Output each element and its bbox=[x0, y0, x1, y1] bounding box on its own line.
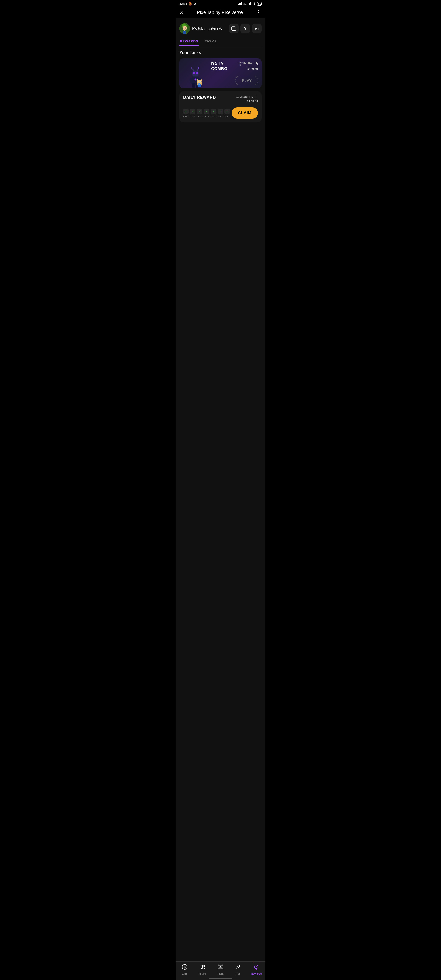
language-label: en bbox=[255, 27, 259, 30]
combo-available-label: AVAILABLE IN bbox=[239, 62, 254, 67]
bottom-nav: $EarnInviteFightTopRewards bbox=[176, 961, 265, 973]
svg-point-44 bbox=[200, 81, 201, 82]
day-check: ✓ bbox=[218, 109, 223, 114]
svg-point-14 bbox=[183, 26, 187, 30]
daily-combo-card: DAILY COMBO AVAILABLE IN ⏱ 14:58:58 PLAY bbox=[179, 58, 262, 88]
nav-item-fight[interactable]: Fight bbox=[212, 964, 229, 973]
day-check: ✓ bbox=[204, 109, 209, 114]
menu-button[interactable]: ⋮ bbox=[256, 10, 262, 15]
days-row: ✓Day 1✓Day 2✓Day 3✓Day 4✓Day 5✓Day 6✓Day… bbox=[183, 109, 230, 117]
reward-available-badge: AVAILABLE IN ⏱ 14:58:58 bbox=[236, 95, 258, 103]
svg-point-56 bbox=[203, 965, 205, 967]
status-bar: 12:31 🔕 ⚙ 4G 81 bbox=[176, 0, 265, 7]
svg-rect-6 bbox=[250, 3, 250, 5]
nav-label-fight: Fight bbox=[218, 972, 224, 973]
tabs: REWARDS TASKS bbox=[179, 37, 262, 46]
avatar bbox=[179, 23, 190, 34]
status-time: 12:31 bbox=[179, 2, 187, 5]
settings-icon: ⚙ bbox=[193, 2, 196, 5]
help-button[interactable]: ? bbox=[240, 24, 250, 33]
combo-characters bbox=[187, 58, 204, 88]
nav-label-rewards: Rewards bbox=[251, 972, 262, 973]
combo-header: DAILY COMBO AVAILABLE IN ⏱ 14:58:58 bbox=[211, 62, 258, 71]
reward-body: ✓Day 1✓Day 2✓Day 3✓Day 4✓Day 5✓Day 6✓Day… bbox=[183, 108, 258, 119]
day-item: ✓Day 3 bbox=[197, 109, 202, 117]
language-button[interactable]: en bbox=[252, 24, 262, 33]
nav-label-earn: Earn bbox=[181, 972, 188, 973]
svg-point-18 bbox=[186, 27, 186, 28]
user-info: Mojtabamasters70 bbox=[179, 23, 223, 34]
svg-rect-7 bbox=[250, 2, 251, 5]
svg-point-15 bbox=[183, 27, 184, 29]
day-check: ✓ bbox=[197, 109, 202, 114]
nav-bar: ✕ PixelTap by Pixelverse ⋮ bbox=[176, 7, 265, 18]
svg-point-33 bbox=[191, 67, 193, 69]
header-actions: ? en bbox=[229, 24, 262, 33]
day-label: Day 6 bbox=[218, 115, 223, 117]
play-button[interactable]: PLAY bbox=[235, 76, 258, 85]
day-check: ✓ bbox=[211, 109, 216, 114]
combo-art bbox=[179, 58, 209, 88]
combo-available-time: 14:58:58 bbox=[247, 67, 258, 70]
reward-header: DAILY REWARD AVAILABLE IN ⏱ 14:58:58 bbox=[183, 95, 258, 103]
tab-tasks[interactable]: TASKS bbox=[204, 37, 217, 46]
reward-available-label: AVAILABLE IN bbox=[236, 96, 253, 99]
svg-point-43 bbox=[198, 81, 199, 82]
svg-point-29 bbox=[193, 73, 194, 74]
day-label: Day 7 bbox=[224, 115, 230, 117]
day-label: Day 4 bbox=[204, 115, 209, 117]
signal2-icon bbox=[248, 2, 252, 6]
combo-available-badge: AVAILABLE IN ⏱ 14:58:58 bbox=[239, 62, 258, 70]
earn-icon: $ bbox=[181, 964, 188, 971]
svg-point-16 bbox=[185, 27, 186, 29]
nav-item-earn[interactable]: $Earn bbox=[176, 964, 194, 973]
status-right: 4G 81 bbox=[238, 2, 262, 6]
svg-point-30 bbox=[196, 73, 198, 74]
main-content: Mojtabamasters70 ? en REWARDS TASKS Yo bbox=[176, 18, 265, 973]
status-left: 12:31 🔕 ⚙ bbox=[179, 2, 196, 5]
top-icon bbox=[236, 964, 241, 971]
svg-point-47 bbox=[197, 80, 199, 81]
username: Mojtabamasters70 bbox=[192, 26, 223, 30]
svg-rect-21 bbox=[231, 27, 236, 30]
nav-label-top: Top bbox=[236, 972, 240, 973]
svg-rect-4 bbox=[248, 4, 248, 5]
svg-point-45 bbox=[199, 81, 199, 82]
nav-item-top[interactable]: Top bbox=[229, 964, 247, 973]
day-item: ✓Day 4 bbox=[204, 109, 209, 117]
day-check: ✓ bbox=[183, 109, 189, 114]
wallet-button[interactable] bbox=[229, 24, 239, 33]
svg-rect-1 bbox=[239, 3, 240, 5]
svg-point-8 bbox=[254, 4, 255, 5]
day-check: ✓ bbox=[190, 109, 196, 114]
day-label: Day 3 bbox=[197, 115, 202, 117]
nav-item-invite[interactable]: Invite bbox=[194, 964, 212, 973]
svg-rect-3 bbox=[241, 2, 242, 5]
svg-point-52 bbox=[199, 84, 200, 85]
rewards-icon bbox=[253, 964, 260, 971]
close-button[interactable]: ✕ bbox=[179, 10, 183, 15]
day-item: ✓Day 7 bbox=[224, 109, 230, 117]
svg-rect-5 bbox=[248, 3, 249, 5]
claim-button[interactable]: CLAIM bbox=[231, 108, 258, 119]
user-header: Mojtabamasters70 ? en bbox=[179, 20, 262, 37]
svg-point-37 bbox=[192, 83, 195, 88]
day-item: ✓Day 6 bbox=[218, 109, 223, 117]
svg-point-55 bbox=[201, 965, 202, 967]
svg-point-17 bbox=[184, 27, 184, 28]
svg-rect-0 bbox=[238, 4, 239, 5]
svg-point-40 bbox=[195, 79, 196, 80]
battery-icon: 81 bbox=[257, 2, 262, 5]
tab-rewards[interactable]: REWARDS bbox=[179, 37, 199, 46]
svg-point-61 bbox=[256, 966, 257, 967]
day-item: ✓Day 1 bbox=[183, 109, 189, 117]
day-check: ✓ bbox=[224, 109, 230, 114]
network-type: 4G bbox=[243, 3, 247, 5]
nav-item-rewards[interactable]: Rewards bbox=[247, 964, 265, 973]
nav-label-invite: Invite bbox=[199, 972, 206, 973]
daily-reward-card: DAILY REWARD AVAILABLE IN ⏱ 14:58:58 ✓Da… bbox=[179, 91, 262, 122]
section-title: Your Tasks bbox=[179, 50, 262, 55]
svg-point-34 bbox=[198, 67, 199, 69]
combo-content: DAILY COMBO AVAILABLE IN ⏱ 14:58:58 PLAY bbox=[209, 58, 262, 88]
day-label: Day 1 bbox=[183, 115, 189, 117]
